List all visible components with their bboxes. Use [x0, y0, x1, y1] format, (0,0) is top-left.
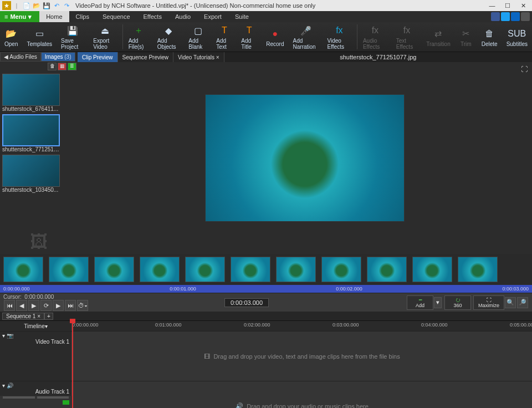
ribbon-text-effects-icon: fx [400, 24, 413, 37]
add-dropdown[interactable]: ▾ [434, 297, 442, 308]
facebook-icon[interactable] [491, 12, 500, 21]
ruler-tick: 0:02:00.000 [244, 322, 270, 328]
qat-open-icon[interactable]: 📂 [32, 1, 41, 10]
filmstrip-frame[interactable] [276, 257, 316, 282]
filmstrip-frame[interactable] [185, 257, 225, 282]
tab-home[interactable]: Home [39, 11, 69, 22]
timeline-ruler[interactable]: 0:00:00.0000:01:00.0000:02:00.0000:03:00… [72, 321, 532, 331]
ribbon-open[interactable]: 📂Open [0, 22, 22, 52]
clip-bin-panel: ◀ Audio Files Images (3) 🗑 ▦ ≣ shutterst… [0, 52, 78, 254]
preview-image [205, 94, 405, 222]
title-bar: ★ | 📄 📂 💾 ↶ ↷ VideoPad by NCH Software -… [0, 0, 532, 11]
ribbon-delete[interactable]: 🗑Delete [477, 22, 502, 52]
ribbon-add-title[interactable]: TAdd Title [237, 22, 262, 52]
step-fwd-button[interactable]: ▶ [53, 300, 64, 311]
ribbon-open-icon: 📂 [4, 27, 18, 40]
tab-effects[interactable]: Effects [137, 11, 168, 22]
preview-tab-sequence[interactable]: Sequence Preview [118, 52, 173, 62]
ribbon-add-objects[interactable]: ◆Add Objects [153, 22, 185, 52]
preview-tab-tutorials[interactable]: Video Tutorials × [173, 52, 224, 62]
bin-placeholder-icon: 🖼 [0, 232, 78, 254]
step-back-button[interactable]: ◀ [16, 300, 27, 311]
minimize-button[interactable]: — [485, 2, 499, 9]
360-button[interactable]: ⭮360 [444, 295, 471, 310]
filmstrip-frame[interactable] [412, 257, 452, 282]
ribbon-toolbar: 📂Open▭Templates💾Save Project⏏Export Vide… [0, 22, 532, 52]
qat-new-file-icon[interactable]: 📄 [22, 1, 31, 10]
filmstrip-frame[interactable] [367, 257, 407, 282]
preview-viewport[interactable]: ⛶ [78, 62, 532, 254]
tab-audio[interactable]: Audio [168, 11, 197, 22]
qat-new-icon[interactable]: ★ [2, 1, 11, 10]
filmstrip-frame[interactable] [140, 257, 180, 282]
ribbon-add-file-s-[interactable]: ＋Add File(s) [124, 22, 153, 52]
ribbon-trim: ✂Trim [455, 22, 477, 52]
ribbon-add-blank[interactable]: ▢Add Blank [184, 22, 212, 52]
ribbon-video-effects[interactable]: fxVideo Effects [323, 22, 356, 52]
preview-tab-clip[interactable]: Clip Preview [78, 52, 118, 62]
ribbon-audio-effects: fxAudio Effects [359, 22, 392, 52]
tab-clips[interactable]: Clips [69, 11, 96, 22]
help-icon[interactable] [521, 12, 530, 21]
qat-save-icon[interactable]: 💾 [42, 1, 51, 10]
filmstrip-frame[interactable] [3, 257, 43, 282]
filmstrip-frame[interactable] [94, 257, 134, 282]
menu-button[interactable]: ≡ Menu ▾ [0, 11, 39, 22]
ribbon-templates[interactable]: ▭Templates [22, 22, 57, 52]
ribbon-add-file-s--icon: ＋ [132, 24, 145, 37]
ribbon-add-text[interactable]: TAdd Text [212, 22, 237, 52]
ribbon-record[interactable]: ●Record [262, 22, 288, 52]
qat-redo-icon[interactable]: ↷ [62, 1, 71, 10]
filmstrip[interactable] [0, 254, 532, 285]
bin-thumb[interactable]: shutterstock_676411... [2, 74, 60, 112]
maximize-preview-button[interactable]: ⛶Maximize [473, 295, 504, 310]
twitter-icon[interactable] [501, 12, 510, 21]
sequence-tab[interactable]: Sequence 1 × [2, 313, 44, 320]
tab-suite[interactable]: Suite [228, 11, 255, 22]
bin-tab-audio[interactable]: ◀ Audio Files [0, 52, 41, 62]
goto-end-button[interactable]: ⏭ [65, 300, 76, 311]
zoom-in-icon[interactable]: 🔍 [505, 297, 516, 308]
bin-thumbnails: shutterstock_676411...shutterstock_77125… [0, 72, 78, 232]
ribbon-add-title-icon: T [243, 24, 256, 37]
filmstrip-frame[interactable] [458, 257, 498, 282]
playhead[interactable] [72, 321, 73, 408]
ribbon-add-narration[interactable]: 🎤Add Narration [289, 22, 323, 52]
bin-thumb[interactable]: shutterstock_103450... [2, 155, 60, 193]
maximize-button[interactable]: ☐ [501, 2, 514, 9]
ribbon-save-project[interactable]: 💾Save Project [57, 22, 89, 52]
play-button[interactable]: ▶ [28, 300, 39, 311]
zoom-out-icon[interactable]: 🔎 [517, 297, 528, 308]
ribbon-add-objects-icon: ◆ [162, 24, 175, 37]
bin-thumb[interactable]: shutterstock_771251077.jpg [2, 114, 60, 152]
video-track-header[interactable]: ▾ 📷 Video Track 1 [0, 332, 72, 381]
ribbon-transition: ⇄Transition [422, 22, 455, 52]
loop-button[interactable]: ⟳ [40, 300, 52, 311]
add-to-timeline-button[interactable]: ━Add [407, 295, 433, 310]
bin-delete-icon[interactable]: 🗑 [48, 63, 57, 70]
bin-tab-images[interactable]: Images (3) [41, 52, 75, 62]
audio-track-body[interactable]: 🔊 Drag and drop your audio or music clip… [72, 381, 532, 408]
timeline-mode-label[interactable]: Timeline ▾ [0, 321, 72, 331]
filmstrip-frame[interactable] [321, 257, 361, 282]
ribbon-subtitles[interactable]: SUBSubtitles [502, 22, 532, 52]
speed-button[interactable]: ⏱▾ [77, 300, 88, 311]
add-sequence-button[interactable]: + [44, 313, 53, 320]
ribbon-trim-icon: ✂ [459, 27, 473, 40]
fullscreen-icon[interactable]: ⛶ [521, 65, 528, 73]
ribbon-templates-icon: ▭ [33, 27, 46, 40]
bin-add-icon[interactable]: ▦ [58, 63, 66, 70]
ribbon-text-effects: fxText Effects [392, 22, 422, 52]
tab-sequence[interactable]: Sequence [96, 11, 137, 22]
audio-track-header[interactable]: ▾ 🔊 Audio Track 1 [0, 381, 72, 396]
linkedin-icon[interactable] [511, 12, 520, 21]
video-track-body[interactable]: 🎞 Drag and drop your video, text and ima… [72, 332, 532, 381]
close-button[interactable]: ✕ [516, 2, 530, 9]
filmstrip-frame[interactable] [49, 257, 89, 282]
bin-view-icon[interactable]: ≣ [68, 63, 76, 70]
filmstrip-frame[interactable] [231, 257, 270, 282]
ribbon-export-video[interactable]: ⏏Export Video [89, 22, 121, 52]
goto-start-button[interactable]: ⏮ [4, 300, 15, 311]
qat-undo-icon[interactable]: ↶ [52, 1, 61, 10]
tab-export[interactable]: Export [197, 11, 228, 22]
